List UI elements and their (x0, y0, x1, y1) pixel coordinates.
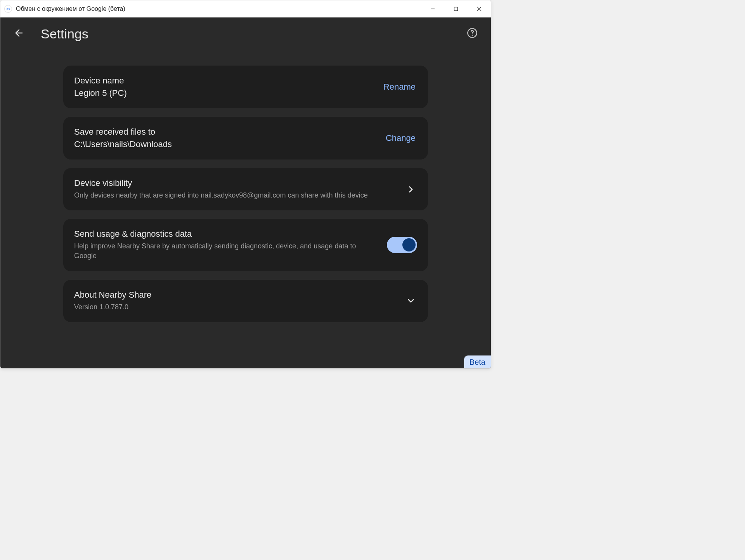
about-text: About Nearby Share Version 1.0.787.0 (74, 290, 397, 312)
visibility-label: Device visibility (74, 178, 397, 188)
visibility-text: Device visibility Only devices nearby th… (74, 178, 397, 200)
diagnostics-toggle[interactable] (387, 237, 417, 253)
svg-rect-1 (454, 7, 458, 10)
device-name-text: Device name Legion 5 (PC) (74, 76, 374, 98)
diagnostics-card: Send usage & diagnostics data Help impro… (63, 219, 428, 271)
beta-badge: Beta (464, 355, 491, 368)
save-path-label: Save received files to (74, 127, 376, 137)
arrow-left-icon (14, 28, 24, 40)
titlebar: Обмен с окружением от Google (бета) (0, 0, 491, 17)
device-name-value: Legion 5 (PC) (74, 88, 374, 98)
device-name-label: Device name (74, 76, 374, 86)
visibility-card[interactable]: Device visibility Only devices nearby th… (63, 168, 428, 210)
chevron-down-icon (405, 295, 417, 307)
device-name-card: Device name Legion 5 (PC) Rename (63, 66, 428, 108)
about-version: Version 1.0.787.0 (74, 302, 397, 312)
page-title: Settings (41, 26, 88, 42)
save-path-text: Save received files to C:\Users\nails\Do… (74, 127, 376, 149)
diagnostics-text: Send usage & diagnostics data Help impro… (74, 229, 379, 261)
help-button[interactable] (464, 26, 480, 42)
diagnostics-label: Send usage & diagnostics data (74, 229, 379, 239)
toggle-knob (402, 238, 416, 251)
maximize-button[interactable] (444, 0, 468, 17)
minimize-button[interactable] (421, 0, 444, 17)
app-window: Обмен с окружением от Google (бета) Sett… (0, 0, 491, 369)
close-button[interactable] (468, 0, 491, 17)
window-title: Обмен с окружением от Google (бета) (16, 5, 421, 12)
help-icon (467, 28, 478, 40)
visibility-desc: Only devices nearby that are signed into… (74, 191, 397, 200)
diagnostics-desc: Help improve Nearby Share by automatical… (74, 241, 379, 261)
back-button[interactable] (11, 26, 27, 42)
app-content: Settings Device name Legion 5 (PC) Renam… (0, 17, 491, 368)
about-card[interactable]: About Nearby Share Version 1.0.787.0 (63, 280, 428, 322)
rename-button[interactable]: Rename (382, 79, 417, 95)
save-path-card: Save received files to C:\Users\nails\Do… (63, 117, 428, 160)
save-path-value: C:\Users\nails\Downloads (74, 139, 376, 149)
header: Settings (0, 17, 491, 50)
window-controls (421, 0, 491, 17)
app-icon (4, 5, 12, 13)
chevron-right-icon (405, 183, 417, 196)
about-label: About Nearby Share (74, 290, 397, 300)
settings-list: Device name Legion 5 (PC) Rename Save re… (0, 50, 491, 368)
svg-point-5 (472, 35, 473, 36)
change-path-button[interactable]: Change (384, 130, 417, 146)
